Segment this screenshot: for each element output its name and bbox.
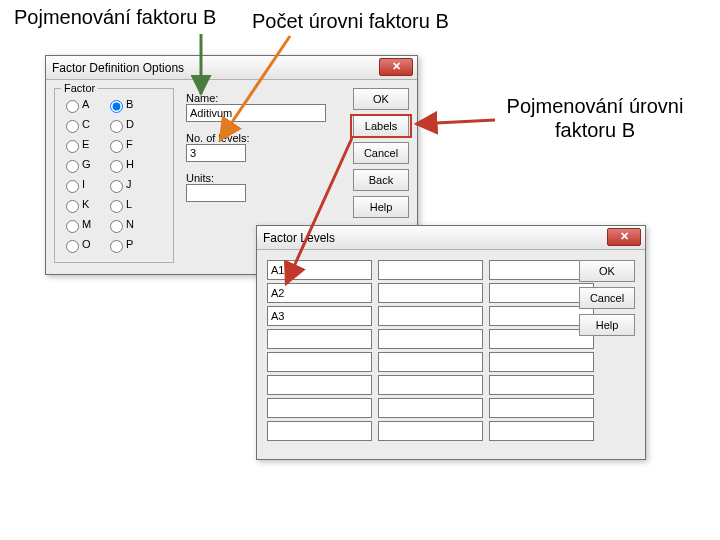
annotation-name-factor-b: Pojmenování faktoru B — [14, 6, 216, 29]
factor-radio-d[interactable]: D — [105, 117, 149, 133]
highlight-labels-button — [350, 114, 412, 138]
close-icon[interactable]: ✕ — [607, 228, 641, 246]
ok-button[interactable]: OK — [579, 260, 635, 282]
label-levels: No. of levels: — [186, 132, 326, 144]
level-cell[interactable] — [267, 398, 372, 418]
title-factor-definition: Factor Definition Options — [52, 61, 184, 75]
factor-radio-a[interactable]: A — [61, 97, 105, 113]
level-cell[interactable] — [378, 283, 483, 303]
level-cell[interactable] — [267, 421, 372, 441]
group-factor-legend: Factor — [61, 82, 98, 94]
annotation-name-levels-b: Pojmenování úrovni faktoru B — [495, 94, 695, 142]
level-cell[interactable] — [267, 375, 372, 395]
levels-grid — [267, 260, 594, 441]
dialog2-button-column: OK Cancel Help — [579, 260, 635, 341]
factor-radio-f[interactable]: F — [105, 137, 149, 153]
units-input[interactable] — [186, 184, 246, 202]
factor-radio-o[interactable]: O — [61, 237, 105, 253]
titlebar-factor-definition: Factor Definition Options ✕ — [46, 56, 417, 80]
factor-radio-k[interactable]: K — [61, 197, 105, 213]
level-cell[interactable] — [267, 306, 372, 326]
name-input[interactable] — [186, 104, 326, 122]
level-cell[interactable] — [267, 352, 372, 372]
label-units: Units: — [186, 172, 326, 184]
level-cell[interactable] — [378, 352, 483, 372]
cancel-button[interactable]: Cancel — [353, 142, 409, 164]
back-button[interactable]: Back — [353, 169, 409, 191]
factor-radio-j[interactable]: J — [105, 177, 149, 193]
level-cell[interactable] — [489, 398, 594, 418]
level-cell[interactable] — [267, 260, 372, 280]
cancel-button[interactable]: Cancel — [579, 287, 635, 309]
level-cell[interactable] — [267, 283, 372, 303]
titlebar-factor-levels: Factor Levels ✕ — [257, 226, 645, 250]
level-cell[interactable] — [378, 260, 483, 280]
annotation-count-levels-b: Počet úrovni faktoru B — [252, 10, 449, 33]
factor-radio-m[interactable]: M — [61, 217, 105, 233]
group-factor: Factor ABCDEFGHIJKLMNOP — [54, 88, 174, 263]
level-cell[interactable] — [489, 375, 594, 395]
level-cell[interactable] — [378, 398, 483, 418]
factor-radio-g[interactable]: G — [61, 157, 105, 173]
level-cell[interactable] — [378, 306, 483, 326]
level-cell[interactable] — [489, 421, 594, 441]
factor-radio-h[interactable]: H — [105, 157, 149, 173]
level-cell[interactable] — [378, 329, 483, 349]
factor-radio-c[interactable]: C — [61, 117, 105, 133]
label-name: Name: — [186, 92, 326, 104]
close-icon[interactable]: ✕ — [379, 58, 413, 76]
factor-radio-b[interactable]: B — [105, 97, 149, 113]
help-button[interactable]: Help — [353, 196, 409, 218]
levels-input[interactable] — [186, 144, 246, 162]
factor-radio-p[interactable]: P — [105, 237, 149, 253]
fields-column: Name: No. of levels: Units: — [186, 88, 326, 202]
factor-radio-l[interactable]: L — [105, 197, 149, 213]
factor-radio-i[interactable]: I — [61, 177, 105, 193]
level-cell[interactable] — [489, 352, 594, 372]
ok-button[interactable]: OK — [353, 88, 409, 110]
level-cell[interactable] — [378, 421, 483, 441]
factor-radio-e[interactable]: E — [61, 137, 105, 153]
svg-line-2 — [416, 120, 495, 124]
help-button[interactable]: Help — [579, 314, 635, 336]
factor-radio-n[interactable]: N — [105, 217, 149, 233]
title-factor-levels: Factor Levels — [263, 231, 335, 245]
level-cell[interactable] — [267, 329, 372, 349]
dialog1-button-column: OK Labels Cancel Back Help — [353, 88, 409, 223]
level-cell[interactable] — [378, 375, 483, 395]
dialog-factor-levels: Factor Levels ✕ OK Cancel Help — [256, 225, 646, 460]
